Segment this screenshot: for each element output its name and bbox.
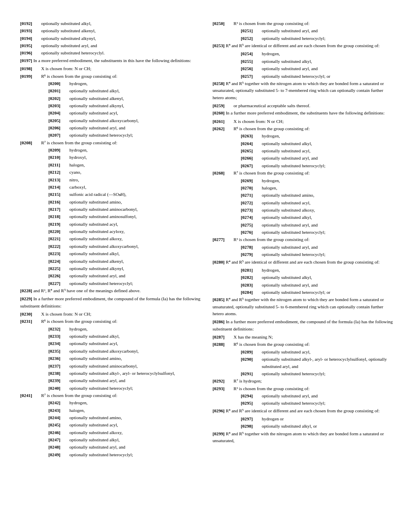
sub-list-item: [0227]optionally substituted heterocycly… [20, 280, 200, 287]
list-item: [0192]optionally substituted alkyl, [20, 20, 200, 27]
ref-number: [0225] [48, 265, 69, 272]
ref-number: [0220] [48, 228, 69, 235]
sub-list-item: [0218]optionally substituted aminosulfon… [20, 213, 200, 220]
sub-list-item: [0226]optionally substituted aryl, and [20, 272, 200, 279]
ref-number: [0237] [48, 363, 69, 370]
sub-text: optionally substituted aryl, and [69, 272, 125, 279]
sub-text: optionally substituted aryl, and [69, 125, 125, 131]
ref-number: [0270] [241, 185, 262, 191]
sub-list-item: [0200]hydrogen, [20, 80, 200, 87]
sub-list-item: [0273]optionally substituted alkoxy, [213, 207, 393, 214]
sub-list-item: [0265]optionally substituted acyl, [213, 148, 393, 154]
entry-text: optionally substituted alkyl, [41, 20, 200, 27]
block-paragraph: [0258] R⁴ and R⁵ together with the nitro… [213, 80, 393, 101]
sub-list-item: [0225]optionally substituted alkynyl, [20, 265, 200, 272]
inline-paragraph: [0230]X is chosen from: N or CH; [20, 311, 200, 318]
ref-number: [0224] [48, 258, 69, 265]
sub-list-item: [0216]optionally substituted amino, [20, 199, 200, 206]
sub-text: hydrogen, [262, 177, 280, 184]
sub-list-item: [0267]optionally substituted heterocycly… [213, 162, 393, 169]
sub-text: optionally substituted alkyl, [69, 436, 120, 443]
block-text: and R³, R⁴ and R⁵ have one of the meanin… [33, 288, 141, 293]
ref-number: [0196] [20, 50, 41, 56]
inline-paragraph: [0277]R³ is chosen from the group consis… [213, 236, 393, 243]
ref-number: [0245] [48, 422, 69, 428]
sub-list-item: [0275]optionally substituted aryl, and [213, 222, 393, 229]
sub-text: optionally substituted aminocarbonyl, [69, 206, 138, 213]
ref-number: [0264] [241, 140, 262, 147]
sub-text: optionally substituted aminocarbonyl, [69, 363, 138, 370]
block-text: R⁴ and R⁵ are identical or different and… [226, 408, 380, 413]
sub-list-item: [0236]optionally substituted amino, [20, 355, 200, 362]
sub-text: optionally substituted aryl, and [262, 65, 318, 72]
ref-number: [0239] [48, 377, 69, 384]
ref-number: [0215] [48, 191, 69, 198]
sub-list-item: [0257]optionally substituted heterocycly… [213, 73, 393, 80]
sub-text: hydrogen, [69, 147, 88, 154]
ref-number: [0218] [48, 213, 69, 220]
ref-number: [0272] [241, 200, 262, 206]
ref-number: [0296] [213, 408, 225, 413]
ref-number: [0243] [48, 407, 69, 414]
ref-number: [0227] [48, 280, 69, 287]
sub-text: optionally substituted acyl, [262, 200, 311, 206]
ref-number: [0287] [213, 334, 234, 341]
sub-list-item: [0247]optionally substituted alkyl, [20, 436, 200, 443]
inline-text: R⁶ is chosen from the group consisting o… [234, 125, 310, 132]
ref-number: [0217] [48, 206, 69, 213]
sub-list-item: [0202]optionally substituted alkenyl, [20, 95, 200, 102]
inline-paragraph: [0288]R⁶ is chosen from the group consis… [213, 341, 393, 348]
sub-list-item: [0248]optionally substituted aryl, and [20, 444, 200, 451]
sub-list-item: [0255]optionally substituted alkyl, [213, 58, 393, 65]
ref-number: [0277] [213, 236, 234, 243]
sub-text: optionally substituted alkyl, [69, 250, 120, 257]
block-paragraph: [0228] and R³, R⁴ and R⁵ have one of the… [20, 287, 200, 294]
sub-text: optionally substituted acyl, [262, 349, 311, 355]
sub-text: optionally substituted heterocyclyl; [69, 280, 133, 287]
ref-number: [0274] [241, 214, 262, 221]
ref-number: [0221] [48, 235, 69, 242]
sub-list-item: [0213]nitro, [20, 177, 200, 183]
sub-list-item: [0238]optionally substituted alkyl-, ary… [20, 370, 200, 377]
sub-list-item: [0222]optionally substituted alkoxycarbo… [20, 243, 200, 250]
ref-number: [0246] [48, 429, 69, 436]
entry-text: optionally substituted alkynyl, [41, 35, 200, 42]
sub-list-item: [0294]optionally substituted aryl, and [213, 393, 393, 399]
sub-text: optionally substituted alkyl, [69, 333, 120, 340]
inline-paragraph: [0231]R⁶ is chosen from the group consis… [20, 318, 200, 325]
sub-text: optionally substituted alkoxy, [262, 207, 315, 214]
inline-paragraph: [0287]X has the meaning N; [213, 334, 393, 341]
sub-list-item: [0217]optionally substituted aminocarbon… [20, 206, 200, 213]
sub-text: optionally substituted heterocyclyl; [262, 400, 325, 407]
ref-number: [0279] [241, 251, 262, 258]
sub-list-item: [0244]optionally substituted amino, [20, 414, 200, 421]
ref-number: [0247] [48, 436, 69, 443]
inline-text: R⁷ is chosen from the group consisting o… [234, 170, 310, 177]
sub-list-item: [0203]optionally substituted alkynyl, [20, 102, 200, 109]
ref-number: [0205] [48, 117, 69, 124]
inline-text: X has the meaning N; [234, 334, 273, 341]
ref-number: [0295] [241, 400, 262, 407]
entry-text: optionally substituted aryl, and [41, 42, 200, 49]
sub-list-item: [0284]optionally substituted heterocycly… [213, 289, 393, 296]
ref-number: [0290] [241, 356, 262, 370]
sub-list-item: [0289]optionally substituted acyl, [213, 349, 393, 355]
ref-number: [0249] [48, 451, 69, 458]
ref-number: [0254] [241, 50, 262, 57]
ref-number: [0257] [241, 73, 262, 80]
sub-text: optionally substituted acyl, [69, 110, 118, 116]
sub-list-item: [0205]optionally substituted alkoxycarbo… [20, 117, 200, 124]
ref-number: [0282] [241, 274, 262, 281]
sub-text: optionally substituted heterocyclyl; [69, 451, 133, 458]
right-column: [0250]R³ is chosen from the group consis… [213, 20, 393, 459]
ref-number: [0273] [241, 207, 262, 214]
ref-number: [0207] [48, 132, 69, 139]
ref-number: [0261] [213, 118, 234, 125]
inline-text: R⁶ is chosen from the group consisting o… [41, 318, 117, 325]
sub-text: halogen, [69, 162, 85, 168]
sub-list-item: [0278]optionally substituted aryl, and [213, 244, 393, 251]
ref-number: [0294] [241, 393, 262, 399]
ref-number: [0223] [48, 250, 69, 257]
block-paragraph: [0280] R⁴ and R⁵ are identical or differ… [213, 259, 393, 266]
sub-list-item: [0240]optionally substituted heterocycly… [20, 385, 200, 392]
